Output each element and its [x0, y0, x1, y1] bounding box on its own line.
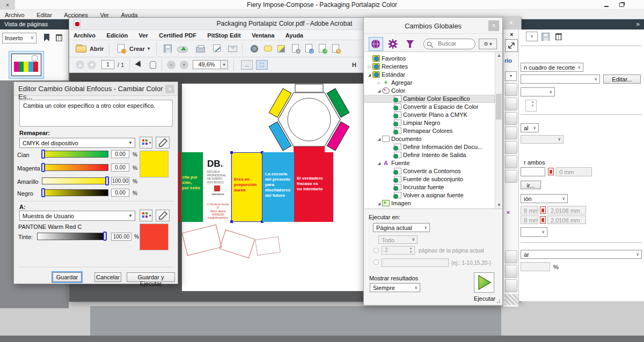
strip-button[interactable] [505, 141, 517, 154]
comment-icon[interactable] [264, 46, 272, 51]
page-number-input[interactable]: 1 [101, 60, 114, 69]
bottom-wide-dropdown[interactable]: ar∨ [521, 250, 642, 259]
tint-value[interactable]: 100.00 [111, 233, 131, 241]
gear-view-button[interactable] [386, 37, 400, 51]
black-slider[interactable] [42, 189, 108, 196]
create-chevron-icon[interactable]: ▾ [148, 46, 150, 51]
tree-item[interactable]: ◢Imagen [364, 199, 495, 207]
selection-handle[interactable] [230, 220, 233, 223]
zoom-dropdown-icon[interactable]: ▾ [221, 60, 228, 69]
scroll-down-icon[interactable]: ▼ [495, 203, 502, 207]
tree-item[interactable]: Limpiar Negro [364, 119, 495, 127]
strip-button[interactable] [505, 155, 517, 168]
target-eyedropper-button[interactable] [156, 210, 170, 221]
acro-menu-certified-pdf[interactable]: Certified PDF [155, 31, 201, 39]
tree-item[interactable]: Convertir a Contornos [364, 167, 495, 175]
scroll-thumb[interactable] [496, 94, 502, 120]
trash-icon[interactable] [56, 34, 62, 41]
menu-archivo[interactable]: Archivo [0, 11, 30, 18]
overflow-chevrons-icon[interactable]: » [636, 20, 640, 28]
tree-item[interactable]: ◢AFuente [364, 159, 495, 167]
strip-button[interactable] [505, 279, 517, 292]
settings-gear-icon[interactable] [251, 45, 258, 53]
tree-item[interactable]: ◢Estándar [364, 71, 495, 79]
tree-item[interactable]: ▷Recientes [364, 63, 495, 71]
bookmark-icon[interactable] [44, 34, 49, 41]
magenta-value[interactable]: 0.00 [111, 163, 129, 172]
hand-tool-icon[interactable] [150, 61, 156, 69]
page-delete-icon[interactable]: × [292, 44, 299, 53]
margin-link-icon[interactable] [548, 168, 554, 175]
tree-item-selected[interactable]: Cambiar Color Específico [364, 95, 495, 103]
yellow-value[interactable]: 100.00 [111, 177, 129, 185]
page-export-icon[interactable]: ↺ [319, 44, 326, 53]
strip-close-icon[interactable]: × [510, 31, 513, 38]
unit-dropdown[interactable]: ∨ [521, 227, 547, 237]
sign-icon[interactable] [213, 44, 221, 52]
position-dropdown[interactable]: ión∨ [521, 194, 568, 203]
scroll-up-icon[interactable]: ▲ [495, 53, 502, 58]
tint-slider[interactable] [37, 233, 106, 240]
fit-width-icon[interactable]: ↔ [241, 60, 253, 70]
tree-item[interactable]: Incrustar fuente [364, 183, 495, 191]
selection-handle[interactable] [230, 151, 233, 154]
zoom-level-input[interactable]: 49,6% [193, 60, 221, 69]
insert-mode-dropdown[interactable]: Inserto∨ [2, 33, 36, 43]
remap-source-dropdown[interactable]: CMYK del dispositivo▼ [19, 138, 135, 148]
acro-menu-ver[interactable]: Ver [135, 31, 152, 39]
email-icon[interactable] [228, 46, 237, 52]
page-edit-icon[interactable]: ✎ [332, 44, 339, 53]
select-tool-icon[interactable] [135, 61, 145, 71]
target-swatch-picker-button[interactable]: ▸ [140, 210, 152, 221]
save-and-run-button[interactable]: Guardar y Ejecutar [127, 272, 175, 282]
strip-button[interactable] [505, 112, 517, 125]
crop-box-dropdown[interactable]: n cuadro de recorte∨ [521, 63, 583, 72]
acrobat-close-button[interactable]: × [501, 16, 521, 30]
acro-menu-ayuda[interactable]: Ayuda [281, 31, 308, 39]
delete-preset-icon[interactable] [555, 33, 562, 40]
cyan-value[interactable]: 0.00 [111, 150, 129, 158]
strip-button[interactable] [505, 98, 517, 110]
save-preset-icon[interactable] [541, 33, 550, 41]
tree-item[interactable]: Volver a asignar fuente [364, 191, 495, 199]
zoom-in-icon[interactable]: + [180, 61, 188, 69]
page-thumbnail-selected[interactable] [9, 51, 44, 79]
save-button[interactable]: Guardar [53, 272, 82, 282]
tree-item[interactable]: Remapear Colores [364, 127, 495, 135]
secondary-dropdown[interactable]: ∨ [521, 87, 555, 96]
dialog-close-button[interactable]: × [165, 85, 174, 93]
gc-close-button[interactable]: × [488, 20, 499, 31]
settings-menu-button[interactable]: ⚙ ▾ [479, 39, 497, 49]
restore-button[interactable] [614, 0, 629, 10]
tree-item[interactable]: ◢Color [364, 87, 495, 95]
preset-dropdown[interactable]: ∨ [526, 32, 538, 41]
panel-yellow-selected[interactable]: Eres mi proporción aurea [231, 152, 262, 222]
acro-menu-archivo[interactable]: Archivo [69, 31, 100, 39]
acro-menu-ventana[interactable]: Ventana [247, 31, 279, 39]
strip-dropdown-button[interactable]: ▾ [505, 71, 517, 81]
search-box[interactable] [423, 39, 475, 49]
yellow-slider[interactable] [42, 177, 108, 184]
margin-input[interactable] [521, 167, 545, 176]
tools-label-fragment[interactable]: H [352, 62, 356, 68]
open-file-icon[interactable] [76, 46, 86, 53]
upload-cloud-icon[interactable] [177, 47, 188, 53]
acro-menu-pitstop-edit[interactable]: PitStop Edit [203, 31, 245, 39]
tree-item[interactable]: ▷+Agregar [364, 79, 495, 87]
value-stepper[interactable]: ▲▼ [525, 100, 537, 111]
run-button[interactable] [474, 272, 494, 293]
strip-button[interactable] [505, 170, 517, 183]
page-search-icon[interactable]: Q [305, 44, 312, 53]
expand-panel-button[interactable] [505, 39, 518, 52]
eyedropper-button[interactable] [156, 137, 170, 148]
acro-menu-edicion[interactable]: Edición [102, 31, 132, 39]
filter-view-button[interactable] [403, 37, 418, 51]
tree-item[interactable]: Fuente de subconjunto [364, 175, 495, 183]
gc-resize-grip[interactable] [496, 299, 501, 303]
black-value[interactable]: 0.00 [111, 189, 129, 197]
create-label[interactable]: Crear [129, 46, 145, 52]
tree-item[interactable]: Convertir a Espacio de Color [364, 103, 495, 111]
strip-button[interactable] [505, 83, 517, 96]
highlight-icon[interactable] [277, 45, 285, 53]
swatch-picker-button[interactable]: ▸ [140, 137, 152, 148]
